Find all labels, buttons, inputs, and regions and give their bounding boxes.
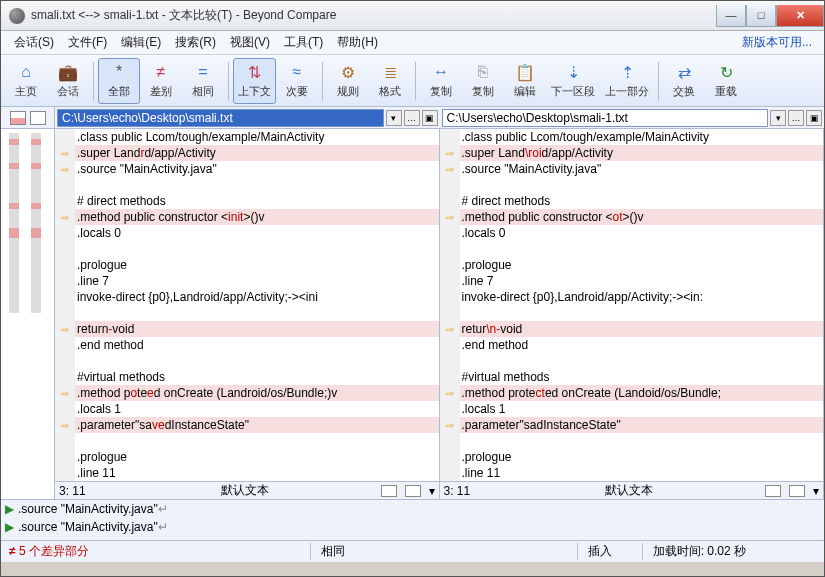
code-text [75, 433, 439, 449]
toolbar-swap-button[interactable]: ⇄交换 [663, 58, 705, 104]
view-mode-icons[interactable] [1, 107, 55, 128]
toolbar-diffs-button[interactable]: ≠差别 [140, 58, 182, 104]
code-line[interactable]: .class public Lcom/tough/example/MainAct… [55, 129, 439, 145]
toolbar-context-button[interactable]: ⇅上下文 [233, 58, 276, 104]
toolbar-rules-button[interactable]: ⚙规则 [327, 58, 369, 104]
gutter: ⇨ [55, 417, 75, 433]
right-view-icon-2[interactable] [789, 485, 805, 497]
right-view-icon[interactable] [765, 485, 781, 497]
code-line[interactable]: .prologue [55, 449, 439, 465]
left-open-icon[interactable]: ▣ [422, 110, 438, 126]
toolbar-copy2-button[interactable]: ⎘复制 [462, 58, 504, 104]
code-line[interactable] [440, 433, 824, 449]
right-path-dropdown-icon[interactable]: ▾ [770, 110, 786, 126]
code-line[interactable] [55, 433, 439, 449]
menu-item[interactable]: 编辑(E) [114, 31, 168, 54]
left-pane: .class public Lcom/tough/example/MainAct… [55, 129, 440, 499]
code-line[interactable] [440, 241, 824, 257]
menu-item[interactable]: 文件(F) [61, 31, 114, 54]
left-code[interactable]: .class public Lcom/tough/example/MainAct… [55, 129, 439, 481]
code-line[interactable]: .end method [55, 337, 439, 353]
left-view-icon-2[interactable] [405, 485, 421, 497]
code-line[interactable]: #virtual methods [440, 369, 824, 385]
code-line[interactable]: ⇨.parameter"savedInstanceState" [55, 417, 439, 433]
toolbar-copy-button[interactable]: ↔复制 [420, 58, 462, 104]
code-line[interactable]: .class public Lcom/tough/example/MainAct… [440, 129, 824, 145]
right-encoding[interactable]: 默认文本 [502, 482, 758, 499]
update-link[interactable]: 新版本可用... [736, 31, 818, 54]
code-line[interactable]: ⇨.super Landrd/app/Activity [55, 145, 439, 161]
code-line[interactable] [55, 353, 439, 369]
code-line[interactable]: .prologue [55, 257, 439, 273]
code-line[interactable]: ⇨.method protected onCreate (Landoid/os/… [440, 385, 824, 401]
diff-count: 5 个差异部分 [9, 543, 89, 560]
code-line[interactable]: ⇨.method poteed onCreate (Landroid/os/Bu… [55, 385, 439, 401]
close-button[interactable]: ✕ [776, 5, 824, 27]
left-view-icon[interactable] [381, 485, 397, 497]
code-line[interactable]: .line 7 [440, 273, 824, 289]
code-line[interactable]: .locals 0 [440, 225, 824, 241]
right-code[interactable]: .class public Lcom/tough/example/MainAct… [440, 129, 824, 481]
code-line[interactable]: ⇨retur\n-void [440, 321, 824, 337]
toolbar-home-button[interactable]: ⌂主页 [5, 58, 47, 104]
code-line[interactable] [55, 241, 439, 257]
code-line[interactable]: .locals 1 [55, 401, 439, 417]
toolbar-edit-button[interactable]: 📋编辑 [504, 58, 546, 104]
right-dropdown-icon[interactable]: ▾ [813, 484, 819, 498]
right-path-input[interactable] [442, 109, 769, 127]
left-browse-icon[interactable]: … [404, 110, 420, 126]
toolbar-all-button[interactable]: *全部 [98, 58, 140, 104]
code-text: .line 7 [460, 273, 824, 289]
code-line[interactable]: .end method [440, 337, 824, 353]
overview-strip[interactable] [1, 129, 55, 499]
code-line[interactable]: .line 7 [55, 273, 439, 289]
toolbar-prevpart-button[interactable]: ⇡上一部分 [600, 58, 654, 104]
maximize-button[interactable]: □ [746, 5, 776, 27]
left-dropdown-icon[interactable]: ▾ [429, 484, 435, 498]
menu-item[interactable]: 工具(T) [277, 31, 330, 54]
toolbar-same-button[interactable]: =相同 [182, 58, 224, 104]
rules-icon: ⚙ [338, 62, 358, 82]
code-line[interactable]: ⇨.parameter"sadInstanceState" [440, 417, 824, 433]
code-line[interactable]: invoke-direct {p0},Landroid/app/Activity… [440, 289, 824, 305]
left-path-input[interactable] [57, 109, 384, 127]
diff-arrow-icon: ⇨ [446, 420, 454, 431]
code-line[interactable] [55, 305, 439, 321]
menu-item[interactable]: 搜索(R) [168, 31, 223, 54]
code-line[interactable]: # direct methods [55, 193, 439, 209]
right-browse-icon[interactable]: … [788, 110, 804, 126]
code-line[interactable]: #virtual methods [55, 369, 439, 385]
code-line[interactable]: .locals 0 [55, 225, 439, 241]
minimize-button[interactable]: — [716, 5, 746, 27]
toolbar-reload-button[interactable]: ↻重载 [705, 58, 747, 104]
code-line[interactable]: ⇨.source "MainActivity.java" [440, 161, 824, 177]
menu-item[interactable]: 会话(S) [7, 31, 61, 54]
code-line[interactable]: invoke-direct {p0},Landroid/app/Activity… [55, 289, 439, 305]
code-text: .method poteed onCreate (Landroid/os/Bun… [75, 385, 439, 401]
toolbar-nextsec-button[interactable]: ⇣下一区段 [546, 58, 600, 104]
code-line[interactable]: ⇨return-void [55, 321, 439, 337]
toolbar-sessions-button[interactable]: 💼会话 [47, 58, 89, 104]
code-line[interactable]: .prologue [440, 257, 824, 273]
toolbar-minor-button[interactable]: ≈次要 [276, 58, 318, 104]
toolbar-format-button[interactable]: ≣格式 [369, 58, 411, 104]
code-line[interactable]: ⇨.method public constructor <init>()v [55, 209, 439, 225]
code-line[interactable] [440, 305, 824, 321]
code-line[interactable] [440, 177, 824, 193]
code-line[interactable]: ⇨.source "MainActivity.java" [55, 161, 439, 177]
code-line[interactable] [440, 353, 824, 369]
menu-item[interactable]: 视图(V) [223, 31, 277, 54]
left-encoding[interactable]: 默认文本 [117, 482, 373, 499]
code-line[interactable]: .line 11 [440, 465, 824, 481]
code-line[interactable]: ⇨.super Land\roid/app/Activity [440, 145, 824, 161]
code-line[interactable] [55, 177, 439, 193]
left-path-dropdown-icon[interactable]: ▾ [386, 110, 402, 126]
code-line[interactable]: .line 11 [55, 465, 439, 481]
code-line[interactable]: # direct methods [440, 193, 824, 209]
code-line[interactable]: .locals 1 [440, 401, 824, 417]
code-line[interactable]: ⇨.method public constructor <ot>()v [440, 209, 824, 225]
right-open-icon[interactable]: ▣ [806, 110, 822, 126]
toolbar-label: 重载 [715, 84, 737, 99]
menu-item[interactable]: 帮助(H) [330, 31, 385, 54]
code-line[interactable]: .prologue [440, 449, 824, 465]
